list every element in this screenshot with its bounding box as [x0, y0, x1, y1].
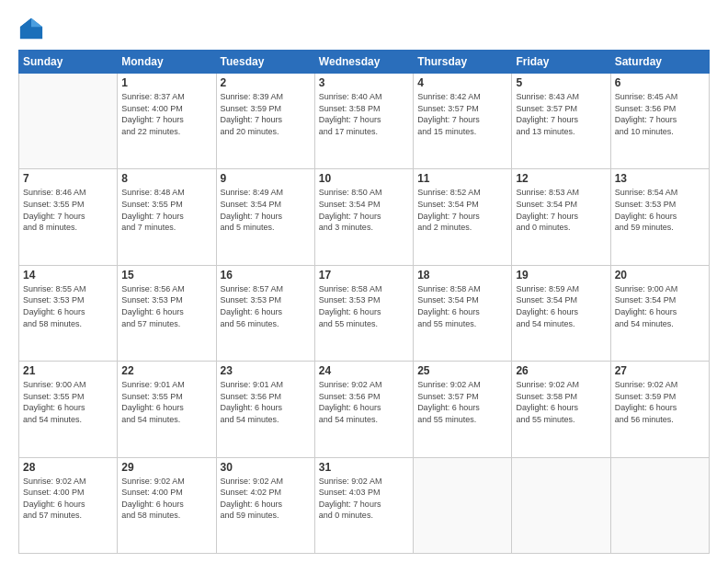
day-info-21: Sunrise: 9:00 AM Sunset: 3:55 PM Dayligh…	[23, 379, 113, 425]
day-cell-26: 26Sunrise: 9:02 AM Sunset: 3:58 PM Dayli…	[512, 362, 610, 457]
day-number-3: 3	[319, 76, 409, 89]
svg-marker-1	[31, 18, 42, 27]
day-cell-23: 23Sunrise: 9:01 AM Sunset: 3:56 PM Dayli…	[216, 362, 314, 457]
day-info-8: Sunrise: 8:48 AM Sunset: 3:55 PM Dayligh…	[121, 187, 211, 233]
day-number-24: 24	[319, 364, 409, 377]
day-info-16: Sunrise: 8:57 AM Sunset: 3:53 PM Dayligh…	[221, 283, 311, 329]
day-cell-11: 11Sunrise: 8:52 AM Sunset: 3:54 PM Dayli…	[414, 169, 512, 265]
day-info-27: Sunrise: 9:02 AM Sunset: 3:59 PM Dayligh…	[615, 379, 705, 425]
day-cell-27: 27Sunrise: 9:02 AM Sunset: 3:59 PM Dayli…	[610, 362, 709, 457]
day-cell-20: 20Sunrise: 9:00 AM Sunset: 3:54 PM Dayli…	[610, 265, 709, 361]
weekday-header-wednesday: Wednesday	[314, 51, 413, 74]
day-number-17: 17	[319, 269, 409, 282]
day-info-1: Sunrise: 8:37 AM Sunset: 4:00 PM Dayligh…	[121, 91, 211, 137]
day-number-20: 20	[615, 269, 705, 282]
day-number-29: 29	[121, 461, 211, 474]
week-row-4: 21Sunrise: 9:00 AM Sunset: 3:55 PM Dayli…	[19, 362, 710, 457]
day-info-31: Sunrise: 9:02 AM Sunset: 4:03 PM Dayligh…	[319, 476, 409, 522]
day-cell-9: 9Sunrise: 8:49 AM Sunset: 3:54 PM Daylig…	[216, 169, 314, 265]
day-cell-15: 15Sunrise: 8:56 AM Sunset: 3:53 PM Dayli…	[118, 265, 216, 361]
day-number-2: 2	[221, 76, 311, 89]
day-number-6: 6	[615, 76, 705, 89]
week-row-2: 7Sunrise: 8:46 AM Sunset: 3:55 PM Daylig…	[19, 169, 710, 265]
day-number-21: 21	[23, 364, 113, 377]
day-cell-5: 5Sunrise: 8:43 AM Sunset: 3:57 PM Daylig…	[512, 74, 610, 169]
day-cell-2: 2Sunrise: 8:39 AM Sunset: 3:59 PM Daylig…	[216, 74, 314, 169]
day-cell-22: 22Sunrise: 9:01 AM Sunset: 3:55 PM Dayli…	[118, 362, 216, 457]
weekday-header-thursday: Thursday	[414, 51, 512, 74]
day-info-7: Sunrise: 8:46 AM Sunset: 3:55 PM Dayligh…	[23, 187, 113, 233]
day-cell-7: 7Sunrise: 8:46 AM Sunset: 3:55 PM Daylig…	[19, 169, 118, 265]
day-number-13: 13	[615, 172, 705, 185]
day-number-9: 9	[221, 172, 311, 185]
day-info-19: Sunrise: 8:59 AM Sunset: 3:54 PM Dayligh…	[516, 283, 606, 329]
day-info-24: Sunrise: 9:02 AM Sunset: 3:56 PM Dayligh…	[319, 379, 409, 425]
week-row-1: 1Sunrise: 8:37 AM Sunset: 4:00 PM Daylig…	[19, 74, 710, 169]
day-number-5: 5	[516, 76, 606, 89]
day-cell-13: 13Sunrise: 8:54 AM Sunset: 3:53 PM Dayli…	[610, 169, 709, 265]
day-number-11: 11	[417, 172, 507, 185]
day-number-12: 12	[516, 172, 606, 185]
logo-icon	[18, 17, 44, 42]
weekday-header-row: SundayMondayTuesdayWednesdayThursdayFrid…	[19, 51, 710, 74]
day-info-28: Sunrise: 9:02 AM Sunset: 4:00 PM Dayligh…	[23, 476, 113, 522]
day-number-25: 25	[417, 364, 507, 377]
header	[18, 17, 710, 42]
day-number-1: 1	[121, 76, 211, 89]
weekday-header-monday: Monday	[118, 51, 216, 74]
day-info-14: Sunrise: 8:55 AM Sunset: 3:53 PM Dayligh…	[23, 283, 113, 329]
day-info-26: Sunrise: 9:02 AM Sunset: 3:58 PM Dayligh…	[516, 379, 606, 425]
day-number-22: 22	[121, 364, 211, 377]
day-cell-30: 30Sunrise: 9:02 AM Sunset: 4:02 PM Dayli…	[216, 457, 314, 553]
day-number-4: 4	[417, 76, 507, 89]
day-info-13: Sunrise: 8:54 AM Sunset: 3:53 PM Dayligh…	[615, 187, 705, 233]
day-cell-17: 17Sunrise: 8:58 AM Sunset: 3:53 PM Dayli…	[314, 265, 413, 361]
day-info-18: Sunrise: 8:58 AM Sunset: 3:54 PM Dayligh…	[417, 283, 507, 329]
logo	[18, 17, 48, 42]
day-number-30: 30	[221, 461, 311, 474]
day-info-23: Sunrise: 9:01 AM Sunset: 3:56 PM Dayligh…	[221, 379, 311, 425]
day-cell-19: 19Sunrise: 8:59 AM Sunset: 3:54 PM Dayli…	[512, 265, 610, 361]
day-cell-31: 31Sunrise: 9:02 AM Sunset: 4:03 PM Dayli…	[314, 457, 413, 553]
day-cell-18: 18Sunrise: 8:58 AM Sunset: 3:54 PM Dayli…	[414, 265, 512, 361]
day-info-22: Sunrise: 9:01 AM Sunset: 3:55 PM Dayligh…	[121, 379, 211, 425]
day-info-12: Sunrise: 8:53 AM Sunset: 3:54 PM Dayligh…	[516, 187, 606, 233]
empty-cell	[19, 74, 118, 169]
weekday-header-tuesday: Tuesday	[216, 51, 314, 74]
day-info-3: Sunrise: 8:40 AM Sunset: 3:58 PM Dayligh…	[319, 91, 409, 137]
day-info-17: Sunrise: 8:58 AM Sunset: 3:53 PM Dayligh…	[319, 283, 409, 329]
calendar-table: SundayMondayTuesdayWednesdayThursdayFrid…	[18, 50, 710, 554]
day-cell-6: 6Sunrise: 8:45 AM Sunset: 3:56 PM Daylig…	[610, 74, 709, 169]
day-number-7: 7	[23, 172, 113, 185]
day-cell-25: 25Sunrise: 9:02 AM Sunset: 3:57 PM Dayli…	[414, 362, 512, 457]
day-cell-24: 24Sunrise: 9:02 AM Sunset: 3:56 PM Dayli…	[314, 362, 413, 457]
day-number-16: 16	[221, 269, 311, 282]
day-cell-14: 14Sunrise: 8:55 AM Sunset: 3:53 PM Dayli…	[19, 265, 118, 361]
day-number-23: 23	[221, 364, 311, 377]
day-number-18: 18	[417, 269, 507, 282]
week-row-5: 28Sunrise: 9:02 AM Sunset: 4:00 PM Dayli…	[19, 457, 710, 553]
day-number-15: 15	[121, 269, 211, 282]
day-info-10: Sunrise: 8:50 AM Sunset: 3:54 PM Dayligh…	[319, 187, 409, 233]
day-number-28: 28	[23, 461, 113, 474]
day-cell-3: 3Sunrise: 8:40 AM Sunset: 3:58 PM Daylig…	[314, 74, 413, 169]
page: SundayMondayTuesdayWednesdayThursdayFrid…	[0, 0, 728, 563]
empty-cell	[414, 457, 512, 553]
empty-cell	[610, 457, 709, 553]
day-cell-29: 29Sunrise: 9:02 AM Sunset: 4:00 PM Dayli…	[118, 457, 216, 553]
day-cell-28: 28Sunrise: 9:02 AM Sunset: 4:00 PM Dayli…	[19, 457, 118, 553]
day-cell-10: 10Sunrise: 8:50 AM Sunset: 3:54 PM Dayli…	[314, 169, 413, 265]
day-number-8: 8	[121, 172, 211, 185]
day-info-20: Sunrise: 9:00 AM Sunset: 3:54 PM Dayligh…	[615, 283, 705, 329]
day-number-10: 10	[319, 172, 409, 185]
day-number-27: 27	[615, 364, 705, 377]
day-cell-21: 21Sunrise: 9:00 AM Sunset: 3:55 PM Dayli…	[19, 362, 118, 457]
day-number-14: 14	[23, 269, 113, 282]
day-info-30: Sunrise: 9:02 AM Sunset: 4:02 PM Dayligh…	[221, 476, 311, 522]
day-info-25: Sunrise: 9:02 AM Sunset: 3:57 PM Dayligh…	[417, 379, 507, 425]
day-number-26: 26	[516, 364, 606, 377]
day-cell-8: 8Sunrise: 8:48 AM Sunset: 3:55 PM Daylig…	[118, 169, 216, 265]
weekday-header-sunday: Sunday	[19, 51, 118, 74]
day-cell-12: 12Sunrise: 8:53 AM Sunset: 3:54 PM Dayli…	[512, 169, 610, 265]
day-cell-16: 16Sunrise: 8:57 AM Sunset: 3:53 PM Dayli…	[216, 265, 314, 361]
